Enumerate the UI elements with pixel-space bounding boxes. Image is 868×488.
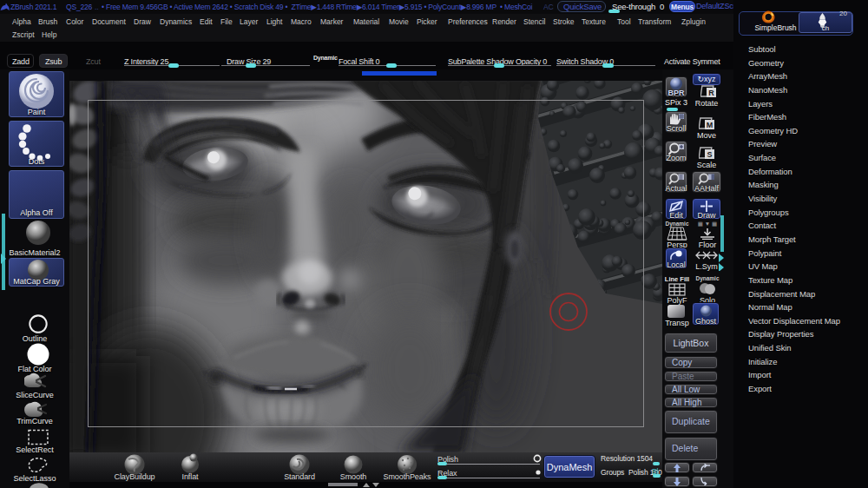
svg-text:S: S [707, 150, 712, 159]
svg-text:M: M [707, 121, 713, 129]
svg-text:R: R [708, 89, 714, 97]
